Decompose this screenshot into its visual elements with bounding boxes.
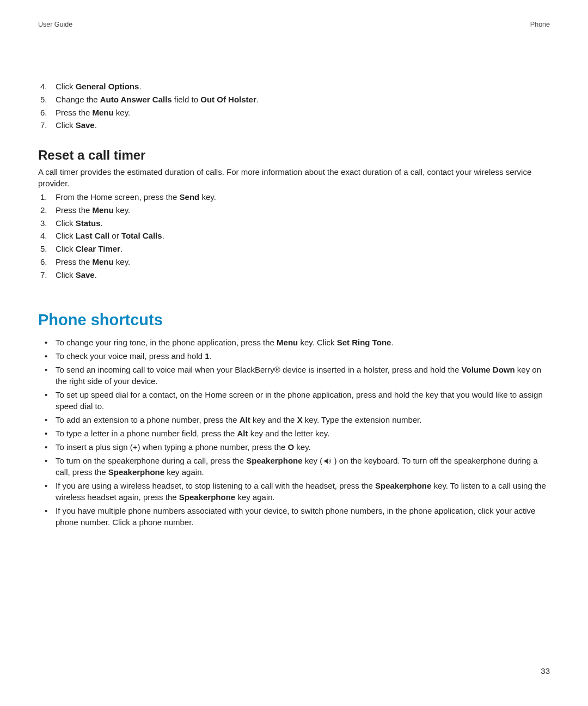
list-item-body: Click Save. [56,270,97,279]
list-item-body: Click Status. [56,218,103,228]
bold-term: General Options [76,82,139,91]
text-run: field to [172,95,201,104]
bold-term: Send [180,192,200,202]
bold-term: Save [76,270,95,279]
text-run: . [95,270,97,279]
list-item: To send an incoming call to voice mail w… [38,364,550,387]
list-number: 2. [40,204,47,216]
ordered-list-continued: 4.Click General Options.5.Change the Aut… [38,81,550,131]
text-run: Click [56,270,76,279]
list-number: 6. [40,107,47,119]
text-run: key again. [235,492,275,502]
text-run: Change the [56,95,100,104]
list-item: 2.Press the Menu key. [38,204,550,216]
heading-phone-shortcuts: Phone shortcuts [38,311,550,329]
text-run: key. [199,192,216,202]
list-item: If you have multiple phone numbers assoc… [38,505,550,528]
list-item-body: Click Save. [56,120,97,130]
text-run: To type a letter in a phone number field… [56,429,237,438]
text-run: . [210,351,212,361]
list-item: To turn on the speakerphone during a cal… [38,455,550,478]
header-left: User Guide [38,21,72,28]
text-run: If you are using a wireless headset, to … [56,481,375,490]
bold-term: Status [76,218,101,228]
list-item: 5.Change the Auto Answer Calls field to … [38,94,550,106]
text-run: Click [56,120,76,130]
bold-term: Speakerphone [179,492,235,502]
text-run: Press the [56,257,93,266]
text-run: or [109,231,121,240]
text-run: . [391,338,393,347]
list-item-body: Click Last Call or Total Calls. [56,231,164,240]
list-item-body: Click General Options. [56,82,142,91]
list-item: 3.Click Status. [38,217,550,229]
bold-term: Speakerphone [375,481,431,490]
text-run: From the Home screen, press the [56,192,180,202]
text-run: Press the [56,108,93,117]
bold-term: Speakerphone [246,456,302,465]
paragraph-call-timer-intro: A call timer provides the estimated dura… [38,166,550,189]
ordered-list-reset-timer: 1.From the Home screen, press the Send k… [38,191,550,281]
bold-term: O [288,442,295,452]
bold-term: Total Calls [121,231,162,240]
text-run: To send an incoming call to voice mail w… [56,365,462,374]
list-item-body: Press the Menu key. [56,205,130,215]
text-run: key and the letter key. [248,429,330,438]
text-run: To insert a plus sign (+) when typing a … [56,442,288,452]
text-run: Click [56,218,76,228]
text-run: Press the [56,205,93,215]
list-item-body: Press the Menu key. [56,257,130,266]
list-item-body: From the Home screen, press the Send key… [56,192,216,202]
bold-term: Speakerphone [108,467,164,477]
bullet-list-shortcuts: To change your ring tone, in the phone a… [38,337,550,528]
bold-term: Last Call [76,231,110,240]
text-run: To change your ring tone, in the phone a… [56,338,277,347]
list-number: 6. [40,256,47,268]
header-right: Phone [530,21,550,28]
list-item-body: Change the Auto Answer Calls field to Ou… [56,95,259,104]
text-run: To add an extension to a phone number, p… [56,415,240,424]
list-item: To type a letter in a phone number field… [38,428,550,439]
bold-term: X [297,415,303,424]
list-item: To set up speed dial for a contact, on t… [38,389,550,412]
bold-term: Menu [93,205,114,215]
text-run: Click [56,82,76,91]
text-run: key. [114,205,131,215]
bold-term: Volume Down [462,365,515,374]
list-item: To change your ring tone, in the phone a… [38,337,550,348]
text-run: . [256,95,259,104]
bold-term: Out Of Holster [200,95,256,104]
list-item: 6.Press the Menu key. [38,107,550,119]
page-number: 33 [541,666,550,675]
bold-term: Alt [237,429,248,438]
list-item: 5.Click Clear Timer. [38,243,550,255]
text-run: Click [56,244,76,253]
list-item: 1.From the Home screen, press the Send k… [38,191,550,203]
bold-term: 1 [205,351,209,361]
list-item: 7.Click Save. [38,269,550,281]
text-run: key. Click [298,338,336,347]
text-run: To turn on the speakerphone during a cal… [56,456,246,465]
list-item: 4.Click General Options. [38,81,550,93]
bold-term: Auto Answer Calls [100,95,172,104]
speaker-icon [324,458,332,464]
list-number: 1. [40,191,47,203]
text-run: key. [114,257,131,266]
list-item: 6.Press the Menu key. [38,256,550,268]
list-item: If you are using a wireless headset, to … [38,480,550,503]
text-run: . [101,218,103,228]
text-run: Click [56,231,76,240]
text-run: If you have multiple phone numbers assoc… [56,506,535,527]
bold-term: Clear Timer [76,244,120,253]
text-run: . [162,231,164,240]
bold-term: Save [76,120,95,130]
text-run: . [95,120,97,130]
list-item: 7.Click Save. [38,119,550,131]
list-number: 4. [40,230,47,242]
list-item: 4.Click Last Call or Total Calls. [38,230,550,242]
bold-term: Alt [240,415,250,424]
list-item: To add an extension to a phone number, p… [38,414,550,425]
list-item: To check your voice mail, press and hold… [38,350,550,362]
heading-reset-call-timer: Reset a call timer [38,148,550,163]
list-item-body: Click Clear Timer. [56,244,122,253]
